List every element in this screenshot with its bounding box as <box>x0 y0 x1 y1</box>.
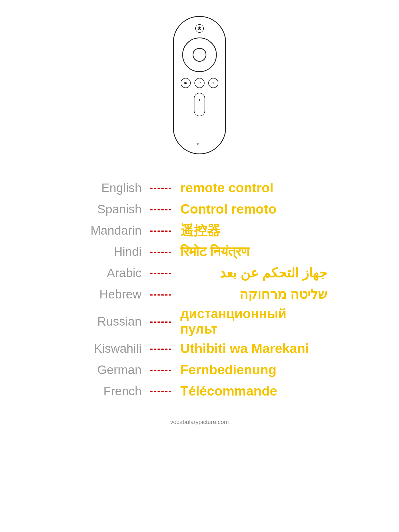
vocab-language-label: German <box>72 363 146 377</box>
vocab-row: Mandarin------遥控器 <box>72 221 327 240</box>
vocab-language-label: Arabic <box>72 266 146 280</box>
menu-icon: ≡ <box>212 81 214 85</box>
vocab-row: German------Fernbedienung <box>72 360 327 379</box>
vocab-row: Hebrew------שליטה מרחוקה <box>72 285 327 304</box>
vocab-language-label: Hebrew <box>72 287 146 301</box>
vocab-language-label: Kiswahili <box>72 341 146 356</box>
home-button[interactable]: ↩ <box>194 78 205 88</box>
vocab-translation: Télécommande <box>176 383 327 399</box>
vocab-translation: रिमोट नियंत्रण <box>176 244 327 260</box>
remote-control: ⏻ ⏮ ↩ ≡ + − mi <box>173 16 226 154</box>
dpad-inner[interactable] <box>193 48 206 62</box>
vocab-translation: Control remoto <box>176 201 327 217</box>
power-icon: ⏻ <box>198 27 201 30</box>
vocab-dashes: ------ <box>146 316 176 327</box>
vocab-section: English------remote controlSpanish------… <box>0 170 399 413</box>
vocab-dashes: ------ <box>146 182 176 193</box>
vocab-dashes: ------ <box>146 385 176 397</box>
vocab-translation: дистанционный пульт <box>176 306 327 337</box>
back-icon: ⏮ <box>184 81 187 85</box>
brand-label: mi <box>197 142 202 146</box>
vocab-row: Spanish------Control remoto <box>72 200 327 219</box>
remote-section: ⏻ ⏮ ↩ ≡ + − mi <box>0 0 399 170</box>
vocab-row: Hindi------रिमोट नियंत्रण <box>72 242 327 261</box>
vocab-translation: 遥控器 <box>176 222 327 239</box>
vocab-row: Arabic------جهاز التحكم عن بعد <box>72 263 327 282</box>
vocab-language-label: Mandarin <box>72 223 146 238</box>
footer-url: vocabularypicture.com <box>170 419 229 426</box>
vocab-translation: remote control <box>176 180 327 196</box>
vocab-language-label: Hindi <box>72 244 146 259</box>
volume-control[interactable]: + − <box>194 93 205 116</box>
vocab-row: English------remote control <box>72 178 327 197</box>
vocab-language-label: Spanish <box>72 202 146 216</box>
vocab-row: Russian------дистанционный пульт <box>72 306 327 337</box>
vocab-row: Kiswahili------Uthibiti wa Marekani <box>72 339 327 358</box>
vocab-dashes: ------ <box>146 225 176 236</box>
home-icon: ↩ <box>198 81 201 85</box>
vocab-translation: Uthibiti wa Marekani <box>176 341 327 356</box>
vocab-language-label: Russian <box>72 314 146 329</box>
vocab-translation: שליטה מרחוקה <box>176 286 327 302</box>
vocab-translation: جهاز التحكم عن بعد <box>176 265 327 281</box>
vocab-language-label: French <box>72 384 146 398</box>
button-row: ⏮ ↩ ≡ <box>181 78 218 88</box>
power-button[interactable]: ⏻ <box>195 24 204 33</box>
vocab-row: French------Télécommande <box>72 381 327 401</box>
vocab-dashes: ------ <box>146 364 176 375</box>
vocab-dashes: ------ <box>146 203 176 215</box>
volume-down-label[interactable]: − <box>198 107 201 111</box>
vocab-dashes: ------ <box>146 246 176 257</box>
vocab-language-label: English <box>72 181 146 195</box>
menu-button[interactable]: ≡ <box>208 78 218 88</box>
vocab-dashes: ------ <box>146 267 176 279</box>
back-button[interactable]: ⏮ <box>181 78 191 88</box>
volume-up-label[interactable]: + <box>198 98 201 102</box>
vocab-translation: Fernbedienung <box>176 362 327 377</box>
vocab-dashes: ------ <box>146 343 176 354</box>
dpad-outer[interactable] <box>182 38 217 72</box>
vocab-dashes: ------ <box>146 289 176 300</box>
